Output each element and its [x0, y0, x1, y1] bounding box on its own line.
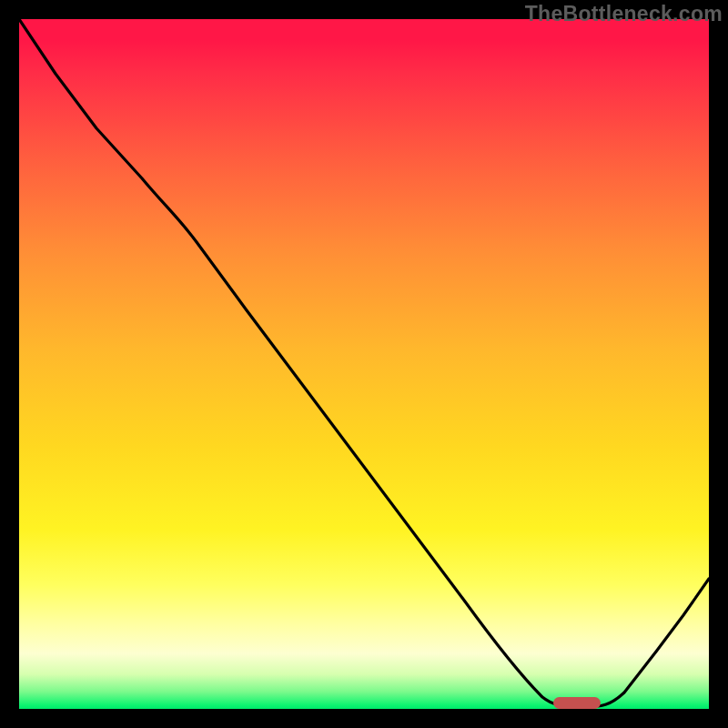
optimal-marker [553, 697, 601, 709]
bottleneck-curve [19, 19, 709, 709]
watermark-text: TheBottleneck.com [525, 2, 723, 26]
chart-frame [19, 19, 709, 709]
